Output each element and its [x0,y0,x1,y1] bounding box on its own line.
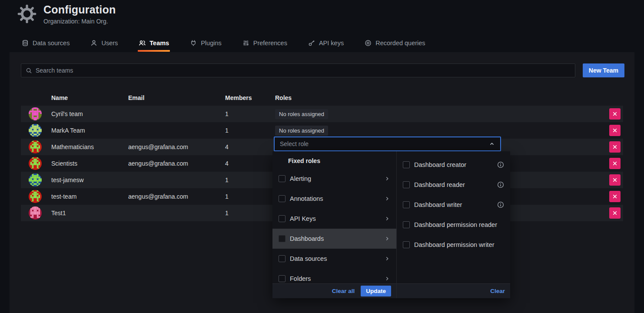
fixed-roles-header: Fixed roles [272,153,396,169]
page-subtitle: Organization: Main Org. [43,18,116,25]
team-members-count: 4 [225,160,275,167]
table-row[interactable]: Cyril's team1No roles assigned [21,106,623,122]
delete-team-button[interactable] [609,141,621,153]
no-roles-badge: No roles assigned [275,126,328,136]
role-group-folders[interactable]: Folders [272,269,396,283]
role-option-dashboard-permission-reader[interactable]: Dashboard permission reader [397,215,510,235]
close-icon [612,111,617,117]
checkbox[interactable] [403,161,410,168]
tab-recorded-queries[interactable]: Recorded queries [364,40,426,52]
role-option-label: Dashboard reader [414,181,465,188]
new-team-button[interactable]: New Team [583,63,624,77]
team-members-count: 1 [225,193,275,200]
checkbox[interactable] [279,275,285,282]
role-option-dashboard-reader[interactable]: Dashboard reader [397,175,510,195]
team-avatar [29,124,42,137]
role-group-label: Dashboards [290,235,324,242]
delete-team-button[interactable] [609,158,621,169]
team-name[interactable]: Cyril's team [51,110,128,117]
team-members-count: 1 [225,176,275,183]
close-icon [612,128,617,133]
tab-users[interactable]: Users [90,40,119,52]
delete-team-button[interactable] [609,125,621,136]
tab-label: API keys [319,40,344,47]
team-name[interactable]: Mathematicians [51,143,128,150]
chevron-right-icon [384,216,390,222]
checkbox[interactable] [279,255,285,262]
role-group-label: Annotations [290,195,323,202]
role-option-label: Dashboard writer [414,201,462,208]
record-icon [365,40,372,47]
close-icon [612,194,617,199]
tab-plugins[interactable]: Plugins [189,40,222,52]
role-select-placeholder: Select role [280,140,309,147]
sliders-icon [242,40,249,47]
tab-label: Users [101,40,118,47]
team-avatar [29,173,42,186]
plug-icon [190,40,197,47]
role-option-dashboard-creator[interactable]: Dashboard creator [397,155,510,175]
role-group-annotations[interactable]: Annotations [272,189,396,209]
checkbox[interactable] [403,241,410,248]
tab-label: Preferences [253,40,287,47]
chevron-right-icon [384,256,390,262]
checkbox[interactable] [403,221,410,228]
team-members-count: 1 [225,210,275,216]
chevron-right-icon [384,196,390,202]
tab-api-keys[interactable]: API keys [307,40,345,52]
role-groups-pane: Fixed roles AlertingAnnotationsAPI KeysD… [272,151,397,298]
close-icon [612,161,617,166]
column-header-roles: Roles [275,94,603,101]
team-name[interactable]: test-jamesw [51,176,128,183]
tab-data-sources[interactable]: Data sources [21,40,70,52]
team-name[interactable]: Test1 [51,210,128,216]
chevron-right-icon [384,176,390,182]
search-teams-input[interactable] [36,67,571,74]
role-group-label: Folders [290,275,311,282]
checkbox[interactable] [279,235,285,242]
delete-team-button[interactable] [609,174,621,186]
role-submenu-footer: Clear [397,283,510,298]
user-icon [90,40,97,47]
role-select-control[interactable]: Select role [274,137,501,151]
table-header-row: Name Email Members Roles [21,90,623,106]
role-group-dashboards[interactable]: Dashboards [272,229,396,249]
info-icon[interactable] [497,181,504,188]
team-avatar [29,140,42,153]
users-icon [139,40,146,47]
clear-all-button[interactable]: Clear all [332,288,355,294]
checkbox[interactable] [279,215,285,222]
tab-label: Recorded queries [375,40,425,47]
update-button[interactable]: Update [361,286,391,296]
info-icon[interactable] [497,161,504,168]
delete-team-button[interactable] [609,191,621,202]
role-group-label: API Keys [290,215,316,222]
team-avatar [29,107,42,120]
role-option-dashboard-permission-writer[interactable]: Dashboard permission writer [397,235,510,255]
tab-preferences[interactable]: Preferences [242,40,288,52]
delete-team-button[interactable] [609,207,621,219]
delete-team-button[interactable] [609,108,621,120]
teams-toolbar: New Team [10,52,634,77]
tab-teams[interactable]: Teams [138,40,170,52]
checkbox[interactable] [279,175,285,182]
role-group-label: Data sources [290,255,327,262]
tab-label: Plugins [201,40,222,47]
info-icon[interactable] [497,201,504,208]
team-name[interactable]: MarkA Team [51,127,128,134]
role-picker-menu: Fixed roles AlertingAnnotationsAPI KeysD… [272,151,510,298]
chevron-right-icon [384,236,390,242]
role-group-api-keys[interactable]: API Keys [272,209,396,229]
search-teams-box[interactable] [21,63,575,77]
checkbox[interactable] [279,195,285,202]
team-name[interactable]: Scientists [51,160,128,167]
checkbox[interactable] [403,181,410,188]
team-name[interactable]: test-team [51,193,128,200]
role-group-alerting[interactable]: Alerting [272,169,396,189]
team-avatar [29,157,42,170]
checkbox[interactable] [403,201,410,208]
role-group-data-sources[interactable]: Data sources [272,249,396,269]
role-option-dashboard-writer[interactable]: Dashboard writer [397,195,510,215]
role-group-label: Alerting [290,175,311,182]
clear-button[interactable]: Clear [490,288,505,294]
